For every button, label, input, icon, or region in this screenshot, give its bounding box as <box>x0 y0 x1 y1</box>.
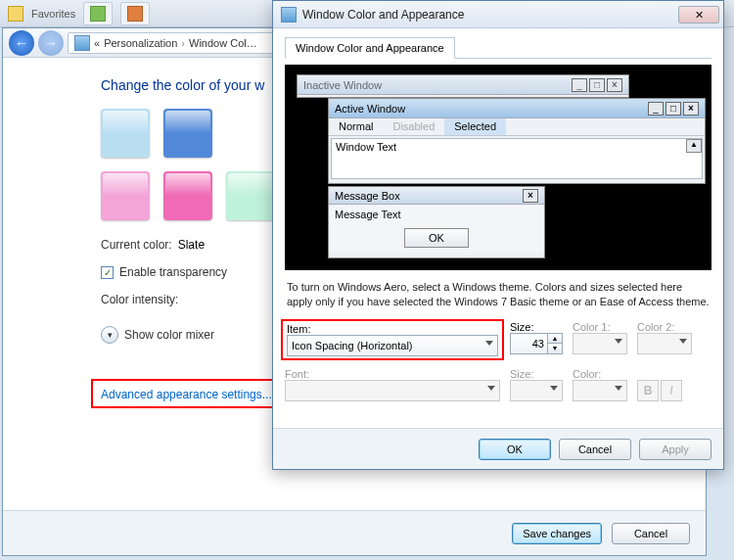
preview-message-box: Message Box × Message Text OK <box>328 186 545 258</box>
dialog-titlebar: Window Color and Appearance ✕ <box>273 1 723 28</box>
color-swatch[interactable] <box>101 109 150 158</box>
font-form-row: Font: Size: Color: B I <box>285 368 711 401</box>
apply-button[interactable]: Apply <box>639 439 711 460</box>
advanced-appearance-link[interactable]: Advanced appearance settings... <box>101 388 272 401</box>
transparency-label: Enable transparency <box>119 265 227 279</box>
chevron-right-icon: › <box>181 37 185 49</box>
font-color-button <box>573 380 627 401</box>
chevron-down-icon[interactable]: ▾ <box>101 326 118 344</box>
current-color-label: Current color: <box>101 238 172 252</box>
item-label: Item: <box>287 323 310 335</box>
color-swatch[interactable] <box>101 171 150 220</box>
cancel-button[interactable]: Cancel <box>612 523 690 544</box>
back-button[interactable]: ← <box>9 30 34 56</box>
item-select[interactable]: Icon Spacing (Horizontal) <box>287 335 498 356</box>
star-icon <box>8 6 23 22</box>
color-swatch[interactable] <box>226 171 275 220</box>
size-input[interactable] <box>515 338 544 350</box>
color2-button <box>637 333 692 354</box>
msgbox-ok-button: OK <box>404 228 469 248</box>
breadcrumb-item[interactable]: Window Col… <box>189 37 257 49</box>
cancel-button[interactable]: Cancel <box>559 439 631 460</box>
font-select <box>285 380 500 401</box>
appearance-dialog: Window Color and Appearance ✕ Window Col… <box>272 0 724 470</box>
maximize-icon: □ <box>665 102 681 116</box>
font-size-label: Size: <box>510 368 563 380</box>
breadcrumb-item[interactable]: Personalization <box>104 37 177 49</box>
italic-button: I <box>661 380 682 401</box>
intensity-label: Color intensity: <box>101 293 178 306</box>
preview-inactive-window: Inactive Window _ □ × <box>297 74 629 98</box>
spin-down-icon[interactable]: ▼ <box>547 344 562 353</box>
menu-disabled: Disabled <box>383 118 444 135</box>
preview-active-title: Active Window <box>335 103 405 115</box>
current-color-value: Slate <box>178 238 205 252</box>
ok-button[interactable]: OK <box>479 439 551 460</box>
maximize-icon: □ <box>589 78 605 92</box>
color-swatch[interactable] <box>163 109 212 158</box>
color1-label: Color 1: <box>573 321 627 333</box>
background-tab[interactable] <box>120 2 150 25</box>
preview-menu: Normal Disabled Selected <box>329 118 705 136</box>
dialog-tabstrip: Window Color and Appearance <box>285 36 711 59</box>
page-footer: Save changes Cancel <box>3 510 706 555</box>
close-icon: × <box>523 189 538 203</box>
preview-inactive-title: Inactive Window <box>303 79 382 91</box>
chevron-down-icon <box>485 341 493 346</box>
close-button[interactable]: ✕ <box>678 6 719 23</box>
font-color-label: Color: <box>573 368 627 380</box>
size-label: Size: <box>510 321 563 333</box>
minimize-icon: _ <box>648 102 664 116</box>
background-tab[interactable] <box>83 2 113 25</box>
bold-button: B <box>637 380 659 401</box>
monitor-icon <box>74 35 90 51</box>
mixer-label[interactable]: Show color mixer <box>124 328 214 342</box>
tab-appearance[interactable]: Window Color and Appearance <box>285 37 455 59</box>
color1-button <box>573 333 627 354</box>
minimize-icon: _ <box>572 78 587 92</box>
spin-up-icon[interactable]: ▲ <box>547 334 562 345</box>
aero-hint-text: To turn on Windows Aero, select a Window… <box>287 280 710 309</box>
preview-active-window: Active Window _ □ × Normal Disabled Sele… <box>328 98 706 184</box>
item-form-row: Item: Icon Spacing (Horizontal) Size: ▲▼… <box>285 321 711 358</box>
menu-selected: Selected <box>444 118 506 135</box>
menu-normal: Normal <box>329 118 383 135</box>
msgbox-text: Message Text <box>329 205 544 224</box>
font-size-select <box>510 380 563 401</box>
font-label: Font: <box>285 368 500 380</box>
close-icon: × <box>683 102 699 116</box>
dialog-footer: OK Cancel Apply <box>273 428 723 469</box>
scroll-up-icon: ▲ <box>686 139 702 153</box>
window-text: Window Text <box>336 141 396 153</box>
color2-label: Color 2: <box>637 321 692 333</box>
size-spinner[interactable]: ▲▼ <box>510 333 563 354</box>
appearance-preview: Inactive Window _ □ × Active Window _ □ … <box>285 65 711 270</box>
msgbox-title: Message Box <box>335 190 400 202</box>
monitor-icon <box>281 7 297 23</box>
item-select-value: Icon Spacing (Horizontal) <box>292 340 413 351</box>
color-swatch[interactable] <box>163 171 212 220</box>
favorites-label: Favorites <box>31 8 75 20</box>
save-changes-button[interactable]: Save changes <box>512 523 602 544</box>
breadcrumb-root: « <box>94 37 100 49</box>
dialog-title: Window Color and Appearance <box>302 8 678 22</box>
forward-button[interactable]: → <box>38 30 64 56</box>
close-icon: × <box>607 78 622 92</box>
preview-textarea: Window Text ▲ <box>331 138 703 179</box>
transparency-checkbox[interactable]: ✓ <box>101 266 114 279</box>
